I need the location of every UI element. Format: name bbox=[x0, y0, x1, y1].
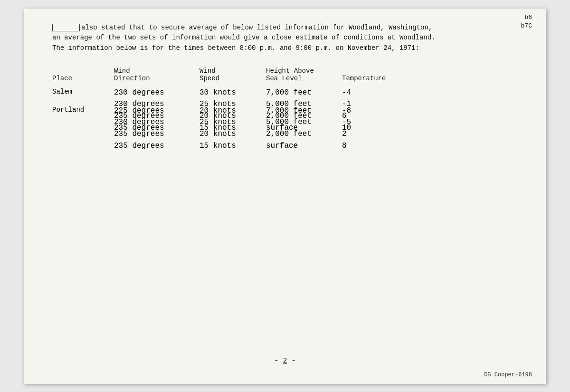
portland-row-2: 230 degrees 25 knots 5,000 feet -5 bbox=[114, 116, 200, 128]
wind-dir-line1: Wind bbox=[114, 67, 130, 75]
intro-paragraph: also stated that to secure average of be… bbox=[52, 23, 442, 54]
portland-r1-height: 7,000 feet bbox=[266, 105, 342, 117]
col-header-temperature: Temperature bbox=[342, 75, 399, 82]
col-header-place: Place bbox=[52, 75, 114, 82]
table-header-row: Place Wind Direction Wind Speed Height A… bbox=[52, 67, 423, 82]
col-header-height: Height Above Sea Level bbox=[266, 67, 342, 82]
wind-dir-line2: Direction bbox=[114, 75, 150, 82]
code-b7c: b7C bbox=[521, 22, 532, 30]
portland-row-3: 235 degrees 20 knots 2,000 feet 2 bbox=[114, 128, 200, 140]
wind-speed-line1: Wind bbox=[200, 67, 216, 75]
portland-r3-wind-dir: 235 degrees bbox=[114, 128, 200, 140]
document-watermark: DB Cooper-6198 bbox=[484, 372, 532, 378]
col-header-wind-direction: Wind Direction bbox=[114, 67, 200, 82]
portland-sub-rows: 225 degrees 20 knots 7,000 feet -8 230 d… bbox=[114, 105, 200, 152]
portland-r3-wind-speed: 20 knots bbox=[200, 128, 266, 140]
table-data-rows: Salem 230 degrees 30 knots 7,000 feet -4… bbox=[52, 87, 423, 152]
page-num-digit: 2 bbox=[283, 357, 287, 365]
table-row-group-portland: Portland 225 degrees 20 knots 7,000 feet… bbox=[52, 105, 423, 152]
salem-r1-wind-speed: 30 knots bbox=[200, 87, 266, 99]
height-line2: Sea Level bbox=[266, 75, 302, 82]
salem-row-1: 230 degrees 30 knots 7,000 feet -4 bbox=[114, 87, 200, 99]
salem-r1-height: 7,000 feet bbox=[266, 87, 342, 99]
portland-r1-wind-dir: 225 degrees bbox=[114, 105, 200, 117]
portland-r2-temp: -5 bbox=[342, 116, 399, 128]
portland-r1-wind-speed: 20 knots bbox=[200, 105, 266, 117]
portland-r2-wind-speed: 25 knots bbox=[200, 116, 266, 128]
redacted-box bbox=[52, 24, 80, 31]
height-line1: Height Above bbox=[266, 67, 314, 75]
portland-r2-wind-dir: 230 degrees bbox=[114, 116, 200, 128]
portland-r4-wind-speed: 15 knots bbox=[200, 140, 266, 152]
portland-row-4: 235 degrees 15 knots surface 8 bbox=[114, 140, 200, 152]
portland-r1-temp: -8 bbox=[342, 105, 399, 117]
portland-row-1: 225 degrees 20 knots 7,000 feet -8 bbox=[114, 105, 200, 117]
wind-speed-line2: Speed bbox=[200, 75, 219, 82]
page-number: - 2 - bbox=[274, 357, 295, 365]
salem-r1-temp: -4 bbox=[342, 87, 399, 99]
data-table-section: Place Wind Direction Wind Speed Height A… bbox=[52, 67, 423, 152]
portland-r3-height: 2,000 feet bbox=[266, 128, 342, 140]
code-b6: b6 bbox=[521, 13, 532, 22]
classification-codes: b6 b7C bbox=[521, 13, 532, 30]
document-page: b6 b7C also stated that to secure averag… bbox=[24, 9, 546, 384]
portland-r4-temp: 8 bbox=[342, 140, 399, 152]
portland-r4-wind-dir: 235 degrees bbox=[114, 140, 200, 152]
portland-r4-height: surface bbox=[266, 140, 342, 152]
salem-r1-wind-dir: 230 degrees bbox=[114, 87, 200, 99]
col-header-wind-speed: Wind Speed bbox=[200, 67, 266, 82]
intro-text-content: also stated that to secure average of be… bbox=[52, 24, 436, 52]
table-row-group-salem: Salem 230 degrees 30 knots 7,000 feet -4… bbox=[52, 87, 423, 96]
place-portland: Portland bbox=[52, 105, 114, 152]
portland-r2-height: 5,000 feet bbox=[266, 116, 342, 128]
portland-r3-temp: 2 bbox=[342, 128, 399, 140]
